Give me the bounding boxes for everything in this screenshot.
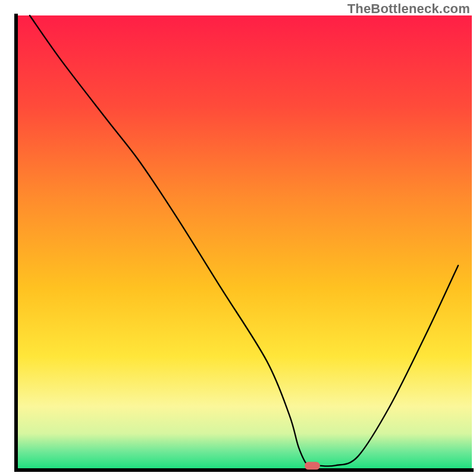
chart-container: TheBottleneck.com xyxy=(0,0,476,476)
watermark-label: TheBottleneck.com xyxy=(347,1,470,17)
chart-svg xyxy=(0,0,476,476)
chart-background xyxy=(16,15,472,470)
optimal-marker xyxy=(305,462,320,469)
